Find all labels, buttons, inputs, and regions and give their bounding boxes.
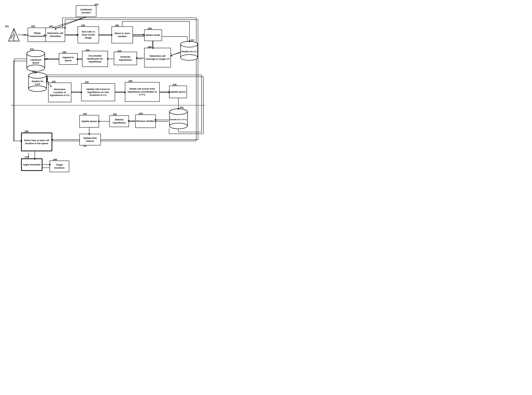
- box-select-store: Select & store needles: [111, 26, 133, 43]
- box-motion-limits: Motion limits: [144, 29, 162, 41]
- label-280: 280: [53, 158, 57, 161]
- label-201b: 201: [83, 144, 87, 147]
- label-241: 241: [180, 106, 184, 109]
- svg-marker-21: [45, 58, 47, 60]
- label-204: 204: [49, 25, 53, 28]
- svg-point-80: [181, 41, 198, 47]
- label-245: 245: [139, 112, 143, 115]
- label-235: 235: [128, 80, 132, 82]
- box-radar-measurements: Radar measurements: [28, 28, 47, 42]
- label-202: 202: [31, 25, 35, 28]
- label-250: 250: [113, 113, 117, 116]
- label-205: 205: [81, 24, 85, 27]
- box-update-queue1: Update queue: [169, 86, 187, 98]
- label-260: 260: [25, 130, 28, 133]
- label-230: 230: [85, 81, 89, 83]
- svg-point-85: [27, 65, 45, 71]
- svg-line-4: [53, 17, 85, 28]
- label-201: 201: [5, 25, 9, 28]
- box-delete-cell: Delete cell scores from hypotheses coord…: [125, 82, 160, 102]
- label-225: 225: [52, 80, 56, 83]
- label-needles-tT1: Needles for t=T+1: [169, 116, 187, 121]
- box-update-cell-scores: Update cell scores to hypotheses on new …: [81, 83, 115, 101]
- label-needles-1tT: Needles for 1<t≤T: [28, 78, 47, 86]
- box-target-locations: Target locations: [49, 161, 69, 172]
- label-needles-t1: Needles for t=1: [181, 49, 198, 53]
- cylinder-needles-1tT: Needles for 1<t≤T: [28, 72, 47, 92]
- cylinder-needles-tT1: Needles for t=T+1: [169, 109, 188, 129]
- svg-point-91: [28, 86, 46, 92]
- label-255: 255: [83, 113, 87, 115]
- label-206: 206: [115, 24, 119, 27]
- box-generate-hyp: Generate hypotheses: [114, 52, 137, 65]
- svg-point-98: [170, 109, 187, 115]
- box-apply-threshold: Apply threshold: [21, 159, 43, 171]
- box-accumulate: Accumulate likelihoods for hypotheses: [82, 51, 108, 67]
- box-remove-needles: Remove needles: [135, 115, 156, 128]
- label-220: 220: [62, 51, 66, 54]
- svg-point-79: [181, 55, 198, 60]
- box-append-queue: Append to queue: [59, 53, 78, 65]
- box-select-max: Select max at each cell location in the …: [21, 132, 52, 151]
- svg-point-97: [170, 123, 187, 129]
- label-222: 222: [32, 70, 36, 73]
- label-209: 209: [148, 46, 152, 48]
- cylinder-needles-t1: Needles for t=1: [180, 41, 198, 61]
- label-240: 240: [173, 83, 177, 86]
- label-215: 215: [86, 49, 90, 51]
- box-determine-cell: Determine cell intensities: [45, 28, 65, 42]
- box-update-time: Update time indices: [79, 134, 101, 145]
- label-221: 221: [30, 48, 34, 50]
- box-update-queue2: Update queue: [79, 115, 99, 128]
- cylinder-likelihood-queue: Likelihood Queue: [26, 50, 45, 71]
- box-deleted-hyp: Deleted hypotheses: [109, 115, 129, 127]
- label-270: 270: [25, 156, 28, 159]
- box-likelihood-fn: Likelihood function: [76, 5, 96, 17]
- svg-point-92: [28, 73, 46, 78]
- label-210: 210: [117, 49, 121, 52]
- box-sort-cells: Sort cells in most recent image: [78, 26, 99, 43]
- box-determine-coverage: Determine cell coverage in image t=T: [144, 48, 171, 67]
- box-determine-loc: Determine Location of hypotheses in t=1: [48, 82, 71, 102]
- svg-marker-74: [25, 34, 26, 35]
- label-208: 208: [148, 27, 152, 30]
- svg-point-86: [27, 50, 45, 57]
- label-207: 207: [191, 39, 194, 42]
- label-likelihood-queue: Likelihood Queue: [26, 57, 45, 64]
